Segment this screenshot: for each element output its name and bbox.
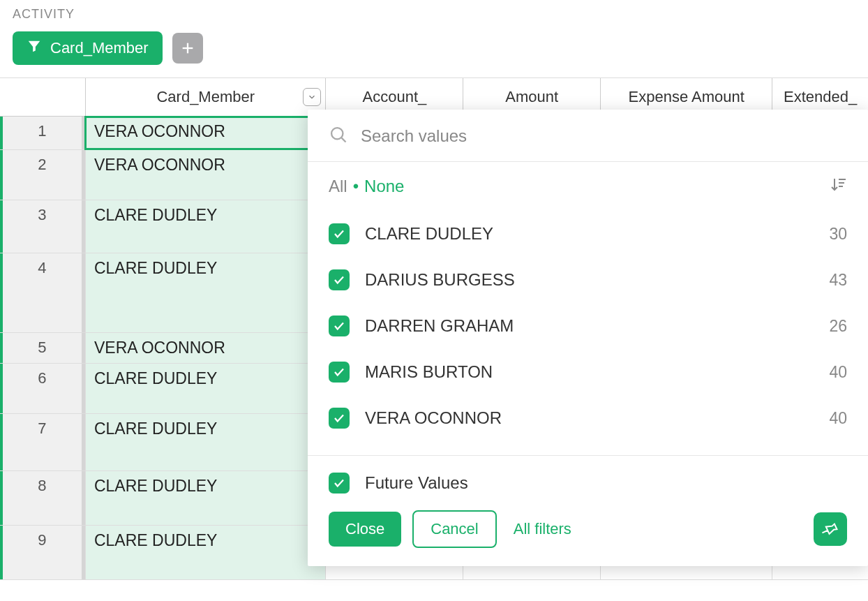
filter-option-checkbox[interactable] bbox=[329, 223, 350, 244]
add-filter-button[interactable] bbox=[172, 33, 203, 64]
filter-option-label: DARIUS BURGESS bbox=[365, 270, 515, 290]
filter-panel: All • None CLARE DUDLEY30DARIUS BURGESS4… bbox=[308, 110, 868, 566]
cell-card-member[interactable]: CLARE DUDLEY bbox=[85, 414, 325, 470]
cell-card-member[interactable]: CLARE DUDLEY bbox=[85, 200, 325, 253]
filter-option[interactable]: CLARE DUDLEY30 bbox=[329, 211, 847, 257]
filter-footer: Close Cancel All filters bbox=[308, 510, 868, 566]
sort-icon[interactable] bbox=[830, 176, 847, 197]
filter-option-count: 40 bbox=[829, 409, 847, 428]
filter-option-checkbox[interactable] bbox=[329, 408, 350, 429]
row-number: 1 bbox=[0, 117, 85, 149]
row-number: 5 bbox=[0, 333, 85, 363]
cell-card-member[interactable]: VERA OCONNOR bbox=[85, 117, 325, 149]
filter-option-count: 40 bbox=[829, 363, 847, 382]
all-filters-link[interactable]: All filters bbox=[514, 520, 571, 538]
filter-option-label: CLARE DUDLEY bbox=[365, 224, 493, 244]
row-number-header bbox=[0, 78, 85, 116]
close-button[interactable]: Close bbox=[329, 512, 401, 547]
filter-option-count: 43 bbox=[829, 271, 847, 290]
filter-chip-label: Card_Member bbox=[50, 39, 149, 57]
filter-option-count: 30 bbox=[829, 225, 847, 244]
cell-card-member[interactable]: CLARE DUDLEY bbox=[85, 526, 325, 579]
future-values-row: Future Values bbox=[308, 455, 868, 510]
filter-option[interactable]: DARREN GRAHAM26 bbox=[329, 303, 847, 349]
column-header-label: Account_ bbox=[363, 88, 427, 105]
svg-point-2 bbox=[331, 128, 343, 139]
filter-chip-card-member[interactable]: Card_Member bbox=[13, 31, 163, 65]
select-none-link[interactable]: None bbox=[364, 177, 404, 196]
data-table: Card_Member Account_ Amount Expense Amou… bbox=[0, 77, 868, 580]
row-number: 9 bbox=[0, 526, 85, 579]
toolbar: Card_Member bbox=[0, 31, 868, 77]
filter-option-label: DARREN GRAHAM bbox=[365, 316, 514, 336]
pin-button[interactable] bbox=[814, 512, 847, 546]
row-number: 4 bbox=[0, 253, 85, 332]
row-number: 3 bbox=[0, 200, 85, 253]
select-all-link[interactable]: All bbox=[329, 177, 347, 196]
cell-card-member[interactable]: CLARE DUDLEY bbox=[85, 253, 325, 332]
filter-option-label: VERA OCONNOR bbox=[365, 408, 502, 428]
cancel-button[interactable]: Cancel bbox=[412, 510, 496, 548]
filter-option-count: 26 bbox=[829, 317, 847, 336]
cell-card-member[interactable]: VERA OCONNOR bbox=[85, 150, 325, 200]
row-number: 6 bbox=[0, 364, 85, 413]
column-header-label: Expense Amount bbox=[629, 88, 744, 105]
filter-option-label: MARIS BURTON bbox=[365, 362, 493, 382]
column-filter-dropdown-button[interactable] bbox=[303, 88, 321, 106]
filter-option-checkbox[interactable] bbox=[329, 316, 350, 336]
cell-card-member[interactable]: CLARE DUDLEY bbox=[85, 471, 325, 525]
filter-option[interactable]: MARIS BURTON40 bbox=[329, 349, 847, 395]
filter-option[interactable]: VERA OCONNOR40 bbox=[329, 395, 847, 441]
column-header-label: Extended_ bbox=[784, 88, 857, 105]
row-number: 8 bbox=[0, 471, 85, 525]
row-number: 7 bbox=[0, 414, 85, 470]
column-header-label: Amount bbox=[505, 88, 558, 105]
filter-option-checkbox[interactable] bbox=[329, 362, 350, 383]
future-values-label: Future Values bbox=[365, 473, 468, 493]
column-header-label: Card_Member bbox=[156, 88, 255, 105]
filter-search-row bbox=[308, 110, 868, 162]
svg-line-3 bbox=[342, 138, 346, 142]
search-icon bbox=[329, 125, 348, 147]
column-header-card-member[interactable]: Card_Member bbox=[85, 78, 325, 116]
filter-option[interactable]: DARIUS BURGESS43 bbox=[329, 257, 847, 303]
cell-card-member[interactable]: CLARE DUDLEY bbox=[85, 364, 325, 413]
future-values-checkbox[interactable] bbox=[329, 473, 350, 494]
filter-select-all-row: All • None bbox=[308, 162, 868, 204]
filter-search-input[interactable] bbox=[361, 126, 847, 146]
filter-option-checkbox[interactable] bbox=[329, 269, 350, 290]
separator-dot: • bbox=[353, 177, 359, 196]
section-label: ACTIVITY bbox=[0, 0, 868, 31]
filter-icon bbox=[27, 38, 42, 58]
row-number: 2 bbox=[0, 150, 85, 200]
cell-card-member[interactable]: VERA OCONNOR bbox=[85, 333, 325, 363]
filter-options-list: CLARE DUDLEY30DARIUS BURGESS43DARREN GRA… bbox=[308, 204, 868, 455]
